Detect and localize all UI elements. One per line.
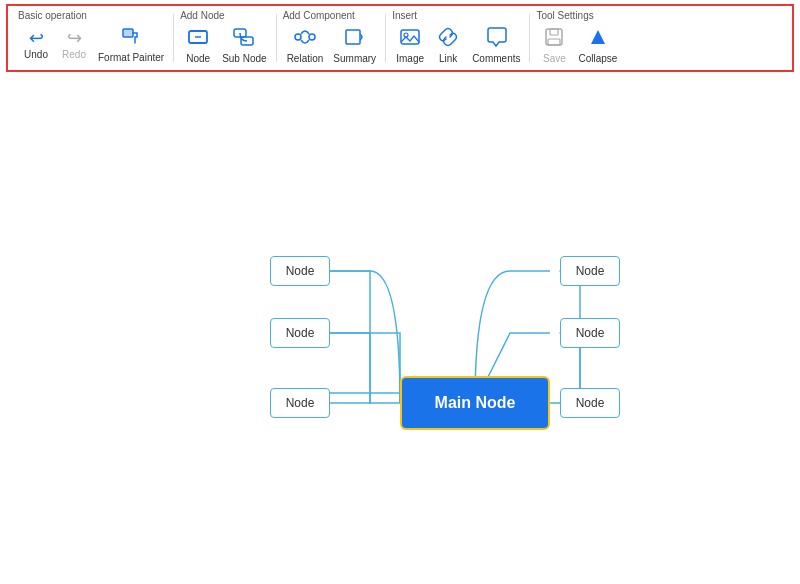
sub-node-icon [233,26,255,51]
summary-button[interactable]: Summary [329,24,380,66]
svg-rect-0 [123,29,133,37]
link-button[interactable]: Link [430,24,466,66]
redo-button[interactable]: ↪ Redo [56,27,92,62]
svg-rect-12 [550,29,558,35]
save-label: Save [543,53,566,64]
relation-label: Relation [287,53,324,64]
right-node-1-label: Node [576,264,605,278]
link-label: Link [439,53,457,64]
image-icon [399,26,421,51]
left-node-1[interactable]: Node [270,256,330,286]
toolbar-group-add-component: Add Component Relation [277,8,387,68]
main-node[interactable]: Main Node [400,376,550,430]
comments-icon [485,26,507,51]
mindmap-svg [0,76,800,584]
right-node-2[interactable]: Node [560,318,620,348]
svg-rect-8 [346,30,360,44]
format-painter-label: Format Painter [98,52,164,63]
collapse-icon [587,26,609,51]
toolbar-items-tool-settings: Save Collapse [536,23,621,66]
node-icon [187,26,209,51]
comments-label: Comments [472,53,520,64]
save-icon [543,26,565,51]
group-label-tool-settings: Tool Settings [536,10,621,21]
left-node-3-label: Node [286,396,315,410]
toolbar-group-add-node: Add Node Node [174,8,276,68]
group-label-add-node: Add Node [180,10,270,21]
left-node-2[interactable]: Node [270,318,330,348]
toolbar: Basic operation ↩ Undo ↪ Redo [6,4,794,72]
undo-icon: ↩ [29,29,44,47]
comments-button[interactable]: Comments [468,24,524,66]
right-node-1[interactable]: Node [560,256,620,286]
relation-icon [294,26,316,51]
group-label-insert: Insert [392,10,524,21]
image-button[interactable]: Image [392,24,428,66]
left-node-3[interactable]: Node [270,388,330,418]
svg-marker-14 [591,30,605,44]
redo-label: Redo [62,49,86,60]
svg-rect-13 [548,39,560,45]
collapse-button[interactable]: Collapse [574,24,621,66]
format-painter-button[interactable]: Format Painter [94,25,168,65]
toolbar-items-add-component: Relation Summary [283,23,381,66]
toolbar-items-insert: Image Link Comments [392,23,524,66]
sub-node-label: Sub Node [222,53,266,64]
collapse-label: Collapse [578,53,617,64]
image-label: Image [396,53,424,64]
summary-icon [344,26,366,51]
format-painter-icon [121,27,141,50]
node-label: Node [186,53,210,64]
left-node-1-label: Node [286,264,315,278]
relation-button[interactable]: Relation [283,24,328,66]
undo-button[interactable]: ↩ Undo [18,27,54,62]
save-button[interactable]: Save [536,24,572,66]
redo-icon: ↪ [67,29,82,47]
left-node-2-label: Node [286,326,315,340]
node-button[interactable]: Node [180,24,216,66]
toolbar-group-insert: Insert Image [386,8,530,68]
main-node-label: Main Node [435,394,516,412]
link-icon [437,26,459,51]
toolbar-group-tool-settings: Tool Settings Save Collaps [530,8,627,68]
group-label-basic-operation: Basic operation [18,10,168,21]
canvas: Main Node Node Node Node Node Node Node [0,76,800,584]
right-node-3[interactable]: Node [560,388,620,418]
svg-point-7 [309,34,315,40]
right-node-3-label: Node [576,396,605,410]
mindmap-container: Main Node Node Node Node Node Node Node [0,76,800,584]
toolbar-group-basic-operation: Basic operation ↩ Undo ↪ Redo [12,8,174,68]
toolbar-items-basic: ↩ Undo ↪ Redo Format Painter [18,23,168,66]
group-label-add-component: Add Component [283,10,381,21]
right-node-2-label: Node [576,326,605,340]
svg-point-6 [295,34,301,40]
sub-node-button[interactable]: Sub Node [218,24,270,66]
toolbar-items-add-node: Node Sub Node [180,23,270,66]
summary-label: Summary [333,53,376,64]
undo-label: Undo [24,49,48,60]
